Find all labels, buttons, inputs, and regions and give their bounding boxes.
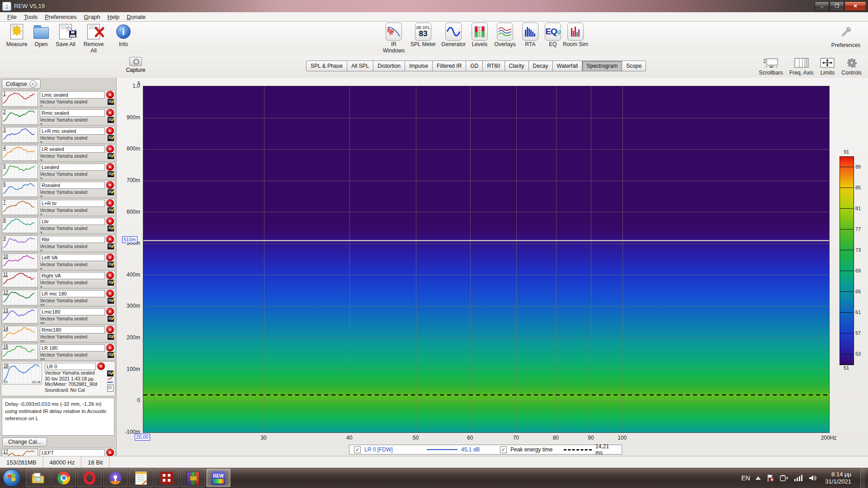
notes-icon[interactable] [107, 371, 113, 376]
minimize-button[interactable]: – [815, 1, 829, 11]
toolbar-measure-button[interactable]: Measure [4, 23, 30, 47]
rta-doc-icon[interactable] [107, 385, 113, 392]
measurement-name-field[interactable]: Lmic sealed [40, 91, 105, 99]
delete-measurement-button[interactable]: ✕ [106, 253, 114, 261]
legend-trace-label[interactable]: LR 0 [FDW] [364, 446, 423, 453]
delete-measurement-button[interactable]: ✕ [106, 109, 114, 117]
measurement-name-field[interactable]: Rmic sealed [40, 109, 105, 117]
delete-measurement-button[interactable]: ✕ [106, 145, 114, 153]
toolbar-overlays-button[interactable]: Overlays [491, 23, 519, 47]
close-button[interactable]: ✕ [844, 1, 866, 11]
delete-measurement-button[interactable]: ✕ [106, 344, 114, 352]
measurement-item-1[interactable]: 1Lmic sealed✕Vecteur Yamaha sealed2 [1, 90, 115, 108]
measurement-item-10[interactable]: 10Left VA✕Vecteur Yamaha sealed3 [1, 253, 115, 270]
delete-measurement-button[interactable]: ✕ [97, 362, 105, 370]
measurement-name-field[interactable]: Lbr [40, 218, 105, 225]
collapse-sidebar-button[interactable]: Collapse « [2, 79, 41, 89]
toolbar-room-sim-button[interactable]: Room Sim [561, 23, 590, 47]
taskbar-app-red-app[interactable] [155, 469, 179, 487]
view-button-controls[interactable]: Controls [841, 57, 862, 76]
taskbar-app-notepad[interactable] [129, 469, 153, 487]
measurement-item-5[interactable]: 5Lsealed✕Vecteur Yamaha sealed2 [1, 162, 115, 180]
tab-waterfall[interactable]: Waterfall [553, 61, 583, 71]
tab-spl-phase[interactable]: SPL & Phase [306, 61, 347, 71]
notes-icon[interactable] [108, 207, 114, 213]
measurement-name-field[interactable]: LEFT [40, 449, 105, 456]
toolbar-info-button[interactable]: iInfo [110, 23, 137, 47]
measurement-item-8[interactable]: 8Lbr✕Vecteur Yamaha sealed2 [1, 216, 115, 234]
notes-icon[interactable] [108, 153, 114, 159]
show-desktop-button[interactable] [860, 468, 865, 488]
measurement-item-15[interactable]: 15LR 180✕Vecteur Yamaha sealed30 [1, 343, 115, 361]
language-indicator[interactable]: EN [741, 474, 750, 482]
measurement-item-16-selected[interactable]: 162020,0kLR 0✕Vecteur Yamaha sealed30 Ια… [1, 361, 115, 396]
notes-icon[interactable] [108, 352, 114, 358]
delete-measurement-button[interactable]: ✕ [106, 326, 114, 333]
notes-icon[interactable] [108, 189, 114, 195]
measurement-name-field[interactable]: Rbr [40, 236, 105, 243]
view-button-freq-axis[interactable]: Freq. Axis [789, 57, 813, 76]
toolbar-spl-meter-button[interactable]: dB SPL83SPL Meter [409, 23, 437, 47]
action-center-flag-icon[interactable] [766, 474, 774, 482]
measurement-item-9[interactable]: 9Rbr✕Vecteur Yamaha sealed2 [1, 235, 115, 252]
taskbar-app-chrome[interactable] [52, 469, 76, 487]
toolbar-remove-all-button[interactable]: Remove All [80, 23, 107, 54]
legend-peak-label[interactable]: Peak energy time [510, 446, 560, 453]
tab-clarity[interactable]: Clarity [505, 61, 529, 71]
tab-all-spl[interactable]: All SPL [347, 61, 373, 71]
notes-icon[interactable] [108, 280, 114, 286]
toolbar-save-all-button[interactable]: Save All [52, 23, 79, 47]
notes-icon[interactable] [108, 117, 114, 123]
measurement-name-field[interactable]: L+R mic sealed [40, 127, 105, 135]
measurement-item-11[interactable]: 11Right VA✕Vecteur Yamaha sealed3 [1, 271, 115, 288]
measurement-item-17[interactable]: 17LEFT✕Vecteur Yamaha sealed30 [1, 448, 115, 456]
capture-button[interactable]: Capture [125, 56, 146, 73]
notes-icon[interactable] [108, 171, 114, 177]
toolbar-ir-windows-button[interactable]: IR Windows [380, 23, 408, 54]
measurement-item-14[interactable]: 14Rmic180✕Vecteur Yamaha sealed30 [1, 325, 115, 343]
measurement-item-2[interactable]: 2Rmic sealed✕Vecteur Yamaha sealed2 [1, 108, 115, 126]
delete-measurement-button[interactable]: ✕ [106, 235, 114, 243]
notes-icon[interactable] [108, 334, 114, 340]
tab-scope[interactable]: Scope [622, 61, 646, 71]
delete-measurement-button[interactable]: ✕ [106, 91, 114, 99]
measurement-name-field[interactable]: Rmic180 [40, 326, 105, 333]
delete-measurement-button[interactable]: ✕ [106, 449, 114, 456]
measurement-item-7[interactable]: 7L+R br✕Vecteur Yamaha sealed2 [1, 198, 115, 216]
tab-impulse[interactable]: Impulse [405, 61, 433, 71]
measurement-name-field[interactable]: Lmic180 [40, 308, 105, 315]
taskbar-app-rew[interactable]: REW [206, 469, 231, 487]
start-button[interactable] [3, 469, 21, 487]
volume-icon[interactable] [809, 474, 818, 482]
measurement-name-field[interactable]: L+R br [40, 200, 105, 207]
maximize-button[interactable]: ❐ [830, 1, 844, 11]
tab-gd[interactable]: GD [466, 61, 483, 71]
tab-filtered-ir[interactable]: Filtered IR [433, 61, 466, 71]
taskbar-app-opera[interactable] [77, 469, 102, 487]
toolbar-levels-button[interactable]: 0369Levels [466, 23, 494, 47]
delete-measurement-button[interactable]: ✕ [106, 217, 114, 225]
tab-distortion[interactable]: Distortion [373, 61, 405, 71]
measurement-name-field[interactable]: LR mic 180 [40, 290, 105, 297]
notes-icon[interactable] [108, 316, 114, 322]
trace-edit-icon[interactable] [107, 378, 113, 383]
taskbar-app-winrar[interactable] [180, 469, 205, 487]
change-cal-button[interactable]: Change Cal... [2, 437, 47, 446]
measurement-name-field[interactable]: Rsealed [40, 182, 105, 189]
measurement-item-4[interactable]: 4LR sealed✕Vecteur Yamaha sealed2 [1, 144, 115, 162]
menu-item-file[interactable]: File [4, 13, 20, 21]
delete-measurement-button[interactable]: ✕ [106, 290, 114, 297]
legend-checkbox-peak[interactable]: ✓ [500, 446, 507, 453]
legend-checkbox-trace[interactable]: ✓ [354, 446, 361, 453]
network-signal-icon[interactable] [794, 474, 803, 481]
menu-item-donate[interactable]: Donate [123, 13, 149, 21]
delete-measurement-button[interactable]: ✕ [106, 272, 114, 279]
menu-item-help[interactable]: Help [104, 13, 123, 21]
delete-measurement-button[interactable]: ✕ [106, 308, 114, 315]
taskbar-clock[interactable]: 8:14 μμ 31/1/2021 [825, 471, 851, 485]
delete-measurement-button[interactable]: ✕ [106, 163, 114, 171]
measurement-name-field[interactable]: LR 180 [40, 344, 105, 352]
measurement-name-field[interactable]: LR sealed [40, 145, 105, 153]
notes-icon[interactable] [108, 262, 114, 267]
measurement-item-13[interactable]: 13Lmic180✕Vecteur Yamaha sealed30 [1, 307, 115, 324]
